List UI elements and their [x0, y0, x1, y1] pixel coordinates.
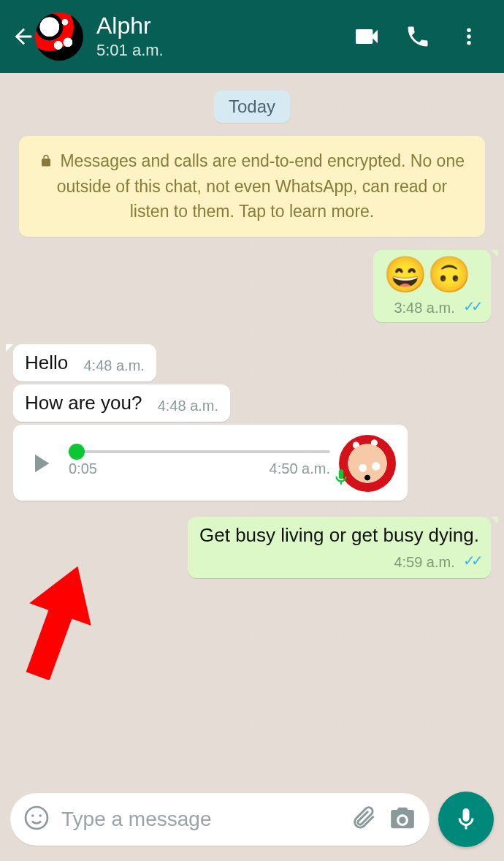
voice-progress-knob[interactable]: [69, 444, 85, 460]
message-time: 4:48 a.m.: [158, 398, 218, 414]
video-call-button[interactable]: [345, 15, 389, 58]
message-emoji: 😄🙃: [383, 255, 471, 294]
read-ticks-icon: ✓✓: [463, 553, 479, 569]
play-button[interactable]: [20, 444, 60, 483]
message-outgoing[interactable]: Get busy living or get busy dying. 4:59 …: [188, 517, 491, 578]
camera-button[interactable]: [389, 804, 416, 835]
attach-button[interactable]: [351, 805, 377, 834]
contact-last-seen: 5:01 a.m.: [96, 41, 337, 60]
svg-point-2: [467, 41, 471, 45]
message-outgoing[interactable]: 😄🙃 3:48 a.m. ✓✓: [373, 250, 491, 322]
svg-point-5: [31, 814, 34, 817]
message-time: 3:48 a.m.: [394, 300, 454, 316]
voice-call-button[interactable]: [396, 15, 440, 58]
message-time: 4:48 a.m.: [83, 357, 144, 374]
annotation-arrow-icon: [18, 563, 98, 683]
emoji-picker-button[interactable]: [23, 805, 50, 834]
back-button[interactable]: [9, 22, 38, 51]
message-input-bar: [0, 788, 504, 861]
lock-icon: [39, 151, 53, 175]
message-text: Get busy living or get busy dying.: [199, 524, 479, 546]
mic-icon: [332, 466, 351, 493]
svg-point-4: [26, 807, 47, 829]
svg-marker-3: [18, 563, 98, 680]
message-time: 4:59 a.m.: [394, 554, 454, 571]
date-separator: Today: [214, 91, 290, 123]
contact-name: Alphr: [96, 13, 337, 39]
message-text-input[interactable]: [61, 808, 339, 831]
voice-duration: 0:05: [69, 460, 97, 477]
record-voice-button[interactable]: [438, 792, 494, 847]
message-incoming[interactable]: Hello 4:48 a.m.: [13, 344, 156, 382]
voice-message-incoming[interactable]: 0:05 4:50 a.m.: [13, 425, 408, 501]
message-text: Hello: [25, 352, 68, 373]
voice-sender-avatar: [339, 435, 396, 492]
message-text: How are you?: [25, 392, 142, 414]
chat-header: Alphr 5:01 a.m.: [0, 0, 504, 73]
chat-scroll-area[interactable]: Today Messages and calls are end-to-end …: [0, 73, 504, 788]
more-options-button[interactable]: [447, 15, 491, 58]
message-incoming[interactable]: How are you? 4:48 a.m.: [13, 384, 230, 422]
encryption-text: Messages and calls are end-to-end encryp…: [57, 151, 465, 221]
contact-info[interactable]: Alphr 5:01 a.m.: [96, 13, 337, 59]
message-input-pill: [10, 793, 429, 846]
svg-point-1: [467, 34, 471, 39]
contact-avatar[interactable]: [35, 12, 83, 61]
svg-point-0: [467, 29, 471, 33]
encryption-notice[interactable]: Messages and calls are end-to-end encryp…: [19, 136, 485, 237]
voice-progress-track[interactable]: 0:05 4:50 a.m.: [69, 449, 330, 478]
svg-point-6: [39, 814, 42, 817]
message-time: 4:50 a.m.: [270, 460, 330, 477]
read-ticks-icon: ✓✓: [463, 298, 479, 314]
